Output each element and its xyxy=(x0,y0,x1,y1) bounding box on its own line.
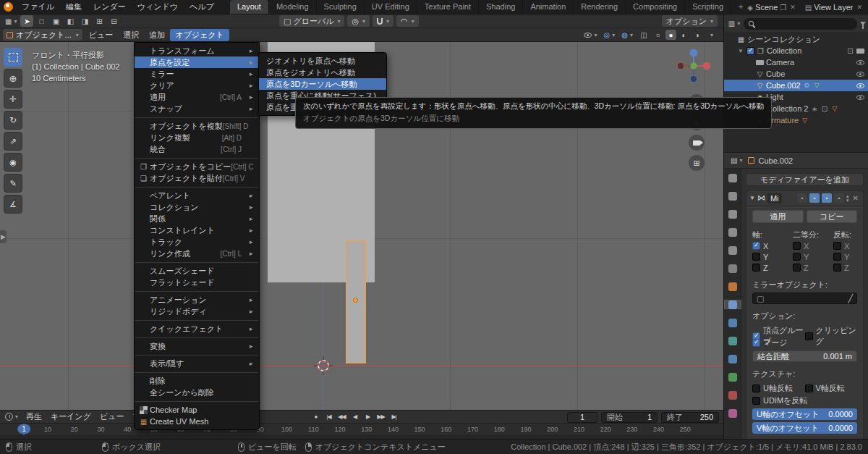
pivot-point-dropdown[interactable]: ◎▾ xyxy=(347,15,370,27)
merge-distance-slider[interactable]: 結合距離 0.001 m xyxy=(752,350,857,362)
object-menu-item[interactable]: ▸ xyxy=(135,288,259,294)
mode-option-icon-6[interactable]: ⊟ xyxy=(107,15,120,27)
measure-tool[interactable] xyxy=(4,195,22,214)
outliner-row[interactable]: Cube.002 xyxy=(724,80,868,91)
object-menu-item[interactable]: オブジェクトを複製 [Shift] D ▸ xyxy=(135,120,259,132)
object-menu-item[interactable]: ▸ xyxy=(135,155,259,161)
timeline-menu-item[interactable]: キーイング xyxy=(46,411,95,422)
active-tool-icon[interactable]: ➤ xyxy=(20,15,33,27)
edit-mode-toggle[interactable]: ▪ xyxy=(797,193,807,203)
properties-tab[interactable] xyxy=(724,354,741,363)
on-cage-toggle[interactable]: ▪ xyxy=(834,193,844,203)
flip-checkbox[interactable] xyxy=(833,242,841,250)
options-dropdown[interactable]: オプション▾ xyxy=(662,15,718,27)
transport-button[interactable]: ▶ xyxy=(362,411,374,422)
object-menu-item[interactable]: ▸ xyxy=(135,398,259,404)
timeline-ruler[interactable]: 1020304050607080901001101201301401501601… xyxy=(0,423,723,439)
topbar-menu-item[interactable]: ファイル xyxy=(16,1,60,12)
workspace-tab[interactable]: Shading xyxy=(479,0,523,14)
transport-button[interactable]: ◀◀ xyxy=(336,411,348,422)
collection-checkbox[interactable] xyxy=(746,47,754,55)
transform-orientation-dropdown[interactable]: ▢ グローバル▾ xyxy=(279,15,344,27)
camera-view-button[interactable] xyxy=(689,135,705,151)
rotate-tool[interactable] xyxy=(4,111,22,130)
outliner-search-input[interactable] xyxy=(757,20,853,28)
mode-option-icon-4[interactable]: ◨ xyxy=(78,15,91,27)
timeline-editor-type-dropdown[interactable]: ▾ xyxy=(3,411,20,423)
properties-tab[interactable] xyxy=(724,173,741,182)
sidebar-expand-arrow[interactable]: ▶ xyxy=(0,230,7,243)
workspace-tab[interactable]: Modeling xyxy=(269,0,317,14)
properties-tab[interactable] xyxy=(724,209,741,219)
transport-button[interactable]: ▶▶ xyxy=(375,411,387,422)
topbar-menu-item[interactable]: 編集 xyxy=(60,1,88,12)
blender-logo-icon[interactable] xyxy=(4,2,13,12)
object-menu-item[interactable]: 表示/隠す ▸ xyxy=(135,358,259,369)
realtime-display-toggle[interactable]: ▪ xyxy=(809,193,820,203)
frame-end-field[interactable]: 終了 250 xyxy=(661,412,719,423)
filter-icon[interactable] xyxy=(860,22,866,25)
object-menu-item[interactable]: スムーズシェード ▸ xyxy=(135,265,259,277)
object-menu-item[interactable]: ミラー ▸ xyxy=(135,68,259,80)
object-menu-item[interactable]: クリア ▸ xyxy=(135,80,259,91)
bisect-checkbox[interactable] xyxy=(793,264,801,272)
axis-checkbox[interactable] xyxy=(752,264,760,272)
bisect-checkbox[interactable] xyxy=(793,253,801,261)
workspace-tab[interactable]: Rendering xyxy=(574,0,626,14)
flip-checkbox[interactable] xyxy=(833,264,841,272)
properties-tab[interactable] xyxy=(724,300,741,309)
overlays-dropdown[interactable]: ◍▾ xyxy=(619,29,635,41)
object-menu-item[interactable]: 原点を設定 ▸ xyxy=(135,56,259,68)
properties-tab[interactable] xyxy=(724,336,741,345)
properties-tab[interactable] xyxy=(724,390,741,400)
transport-button[interactable]: ◀ xyxy=(349,411,361,422)
properties-tab[interactable] xyxy=(724,408,741,418)
restriction-icon[interactable] xyxy=(856,49,864,54)
playhead-badge[interactable]: 1 xyxy=(17,424,30,434)
outliner-row[interactable]: ▼ Collection xyxy=(724,45,868,56)
object-menu-item[interactable]: コンストレイント ▸ xyxy=(135,224,259,236)
viewport-menu-item[interactable]: ビュー xyxy=(84,29,119,41)
mode-option-icon-3[interactable]: ◧ xyxy=(64,15,77,27)
expander-icon[interactable]: ▼ xyxy=(737,48,744,54)
offset-v-field[interactable]: V軸のオフセット 0.0000 xyxy=(752,422,857,434)
object-menu-item[interactable]: トラック ▸ xyxy=(135,236,259,248)
object-menu-item[interactable]: ▸ xyxy=(135,352,259,358)
transport-button[interactable]: ▶| xyxy=(388,411,400,422)
object-menu-item[interactable]: 適用 [Ctrl] A ▸ xyxy=(135,91,259,103)
outliner-row[interactable]: Camera xyxy=(724,56,868,68)
object-menu-item[interactable]: 統合 [Ctrl] J ▸ xyxy=(135,143,259,155)
modifier-name-field[interactable]: Mi xyxy=(767,193,782,203)
shading-rendered-button[interactable]: ◑ xyxy=(692,30,702,40)
object-menu-item[interactable]: 全シーンから削除 ▸ xyxy=(135,387,259,398)
object-menu-item[interactable]: リジッドボディ ▸ xyxy=(135,306,259,317)
restriction-icon[interactable] xyxy=(856,95,864,100)
workspace-tab[interactable]: Scripting xyxy=(685,0,731,14)
transport-button[interactable]: |◀ xyxy=(323,411,335,422)
topbar-menu-item[interactable]: レンダー xyxy=(88,1,132,12)
object-menu-item[interactable]: リンク作成 [Ctrl] L ▸ xyxy=(135,248,259,259)
viewport-menu-item[interactable]: オブジェクト xyxy=(170,29,229,41)
scale-tool[interactable] xyxy=(4,132,22,151)
workspace-tab[interactable]: UV Editing xyxy=(365,0,417,14)
copy-modifier-button[interactable]: コピー xyxy=(807,210,858,223)
object-menu-item[interactable]: クイックエフェクト ▸ xyxy=(135,323,259,335)
workspace-tab[interactable]: Compositing xyxy=(626,0,685,14)
submenu-item[interactable]: 原点をジオメトリへ移動 xyxy=(259,67,386,78)
object-menu-item[interactable]: コレクション ▸ xyxy=(135,201,259,213)
axis-checkbox[interactable] xyxy=(752,242,760,250)
object-menu-item[interactable]: 削除 ▸ xyxy=(135,375,259,387)
shading-wireframe-button[interactable]: ○ xyxy=(652,30,663,40)
properties-tab[interactable] xyxy=(724,264,741,273)
cursor-tool[interactable] xyxy=(4,69,22,88)
object-menu-item[interactable]: 関係 ▸ xyxy=(135,213,259,224)
scene-selector[interactable]: Scene xyxy=(755,3,778,12)
properties-tab[interactable] xyxy=(724,282,741,291)
restriction-icon[interactable] xyxy=(856,60,864,65)
select-box-tool[interactable] xyxy=(4,48,22,67)
mode-option-icon-5[interactable]: ⊞ xyxy=(93,15,106,27)
annotate-tool[interactable] xyxy=(4,174,22,193)
navigation-gizmo[interactable] xyxy=(673,45,715,87)
offset-u-field[interactable]: U軸のオフセット 0.0000 xyxy=(752,408,857,420)
object-menu-item[interactable]: ▸ xyxy=(135,369,259,375)
